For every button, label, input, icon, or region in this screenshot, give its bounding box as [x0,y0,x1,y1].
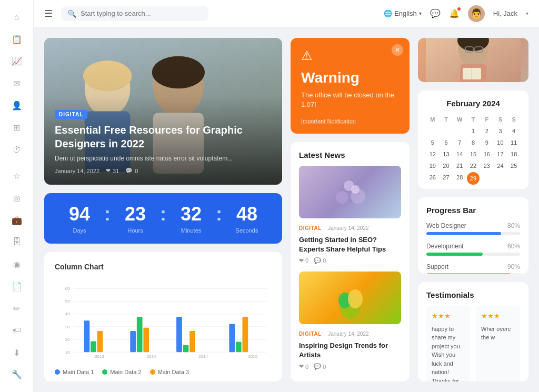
cal-day-17[interactable]: 17 [494,149,507,159]
sidebar-item-clock[interactable]: ⏱ [7,141,26,159]
cal-day-26[interactable]: 26 [426,172,439,185]
warning-title: Warning [301,69,399,86]
progress-item-2: Development 60% [426,243,520,256]
cal-day-21[interactable]: 21 [453,160,466,171]
cal-day-11[interactable]: 11 [507,137,520,148]
cal-day-24[interactable]: 24 [494,160,507,171]
language-selector[interactable]: 🌐 English ▾ [384,9,422,17]
sidebar-item-globe[interactable]: ◉ [7,255,26,273]
news-section-title: Latest News [299,150,401,159]
cal-day-9[interactable]: 9 [481,137,493,148]
search-input[interactable] [81,9,202,17]
cal-day-5[interactable]: 5 [426,137,439,148]
news-comments-2: 💬 0 [314,363,326,370]
sidebar-item-star[interactable]: ☆ [7,167,26,185]
sidebar-item-chart[interactable]: 📈 [7,53,26,71]
chart-title: Column Chart [55,263,272,271]
cal-day-13[interactable]: 13 [440,149,453,159]
progress-fill-3 [426,273,511,274]
menu-button[interactable]: ☰ [44,8,53,19]
warning-close-button[interactable]: ✕ [392,44,403,56]
cal-day-empty-4 [481,172,493,185]
cal-day-29[interactable]: 29 [467,172,480,185]
cal-day-25[interactable]: 25 [507,160,520,171]
news-img-svg-1 [329,171,371,213]
sidebar-item-location[interactable]: ◎ [7,189,26,207]
timer-card: 94 Days : 23 Hours : 32 Minutes : 48 Sec… [44,193,282,244]
sidebar-item-document[interactable]: 📄 [7,277,26,295]
cal-day-27[interactable]: 27 [440,172,453,185]
cal-day-4[interactable]: 4 [507,126,520,136]
user-chevron-icon: ▾ [526,11,528,16]
cal-day-1[interactable]: 1 [467,126,480,136]
sidebar-item-home[interactable]: ⌂ [7,8,26,26]
testimonial-item-2: ★★★ Wher overc the w [476,306,520,381]
warning-link[interactable]: Important Notification [301,118,399,124]
cal-day-7[interactable]: 7 [453,137,466,148]
sidebar-item-tool[interactable]: 🔧 [7,366,26,384]
cal-day-23[interactable]: 23 [481,160,493,171]
timer-seconds-value: 48 [222,203,272,225]
testimonial-text-2: Wher overc the w [481,325,515,342]
news-headline-1[interactable]: Getting Started in SEO? Experts Share He… [299,235,401,254]
svg-point-39 [351,185,360,194]
notification-icon[interactable]: 🔔 [449,8,460,18]
chart-svg: 60 50 40 30 20 10 2013 2014 2014 2015 [55,279,272,364]
avatar[interactable]: 👨 [468,5,485,22]
cal-day-20[interactable]: 20 [440,160,453,171]
cal-day-15[interactable]: 15 [467,149,480,159]
news-headline-2[interactable]: Inspiring Design Trends for Artists [299,341,401,360]
cal-day-22[interactable]: 22 [467,160,480,171]
chevron-down-icon: ▾ [419,11,422,16]
cal-header-W: W [453,114,466,125]
legend-dot-1 [55,369,60,375]
svg-rect-26 [130,331,136,352]
sidebar-item-user[interactable]: 👤 [7,97,26,115]
progress-track-3 [426,273,520,274]
chat-icon[interactable]: 💬 [430,8,441,18]
left-column: DIGITAL Essential Free Resources for Gra… [44,38,282,381]
comment-icon-1: 💬 [314,257,321,264]
middle-column: ✕ ⚠ Warning The office will be closed on… [291,38,410,381]
calendar-card: February 2024 M T W T F S S 1 2 3 [418,91,528,189]
cal-day-8[interactable]: 8 [467,137,480,148]
timer-days-value: 94 [55,203,104,225]
sidebar-item-calendar[interactable]: 📋 [7,31,26,48]
sidebar-item-tag[interactable]: 🏷 [7,321,26,339]
news-item-1: DIGITAL January 14, 2022 Getting Started… [299,166,401,264]
sidebar-item-storage[interactable]: 🗄 [7,233,26,251]
cal-day-14[interactable]: 14 [453,149,466,159]
sidebar-item-briefcase[interactable]: 💼 [7,211,26,229]
cal-day-2[interactable]: 2 [481,126,493,136]
svg-text:2015: 2015 [248,354,257,359]
cal-day-18[interactable]: 18 [507,149,520,159]
sidebar-item-mail[interactable]: ✉ [7,75,26,93]
user-greeting[interactable]: Hi, Jack [493,9,517,17]
sidebar-item-edit[interactable]: ✏ [7,299,26,317]
cal-day-12[interactable]: 12 [426,149,439,159]
legend-item-1: Main Data 1 [55,369,94,375]
svg-text:2014: 2014 [147,354,156,359]
legend-item-3: Main Data 3 [150,369,189,375]
cal-day-3[interactable]: 3 [494,126,507,136]
timer-seconds-label: Seconds [222,227,272,234]
cal-day-19[interactable]: 19 [426,160,439,171]
cal-header-F: F [481,114,493,125]
hero-date: January 14, 2022 [55,168,99,174]
news-engagement-2: ❤ 0 💬 0 [299,363,401,370]
sidebar-item-download[interactable]: ⬇ [7,344,26,361]
cal-day-empty-3 [453,126,466,136]
progress-item-1: Web Designer 80% [426,222,520,235]
news-tag-1: DIGITAL [299,225,322,231]
cal-day-10[interactable]: 10 [494,137,507,148]
svg-text:20: 20 [65,337,70,342]
svg-rect-31 [189,331,195,352]
timer-hours: 23 Hours [111,203,160,234]
sidebar-item-grid[interactable]: ⊞ [7,119,26,137]
timer-seconds: 48 Seconds [222,203,272,234]
right-hero-image [418,38,528,82]
progress-title: Progress Bar [426,206,520,215]
cal-day-16[interactable]: 16 [481,149,493,159]
cal-day-28[interactable]: 28 [453,172,466,185]
cal-day-6[interactable]: 6 [440,137,453,148]
